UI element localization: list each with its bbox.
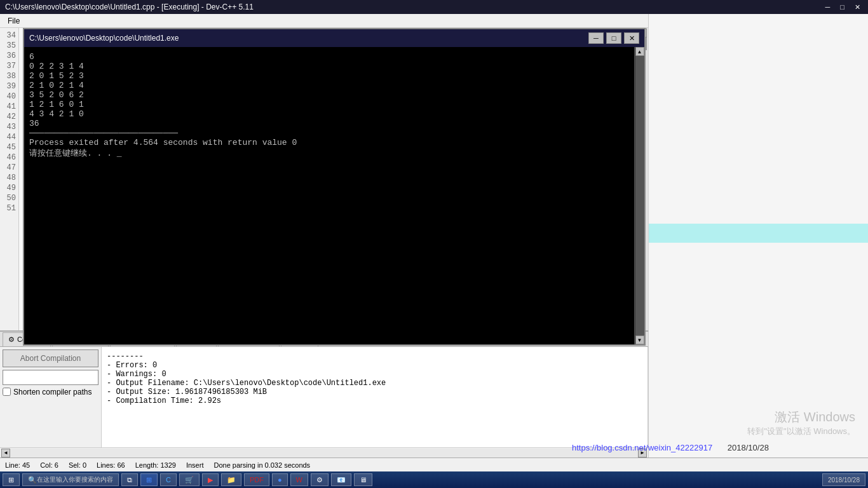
more-icon: 📧 [337, 476, 346, 484]
output-filename: - Output Filename: C:\Users\lenovo\Deskt… [107, 379, 386, 388]
console-scroll-up[interactable]: ▲ [635, 47, 644, 56]
settings-icon: ⚙ [316, 476, 323, 484]
start-button[interactable]: ⊞ [3, 473, 20, 486]
window-controls: ─ □ ✕ [823, 3, 863, 11]
output-time: - Compilation Time: 2.92s [107, 396, 221, 405]
console-line-6: 1 2 1 6 0 1 [29, 100, 84, 109]
console-line-separator: ────────────────────────────── [29, 128, 178, 138]
tray-time: 2018/10/28 [828, 477, 860, 484]
left-panel: Abort Compilation Shorten compiler paths [0, 347, 102, 447]
status-lines: Lines: 66 [97, 461, 125, 469]
console-scroll-down[interactable]: ▼ [635, 336, 644, 344]
taskbar-app-pdf[interactable]: PDF [244, 473, 269, 486]
h-scroll-track [10, 449, 638, 458]
taskbar-app-settings[interactable]: ⚙ [311, 473, 329, 486]
system-tray: 2018/10/28 [822, 473, 865, 486]
chrome-icon: ● [278, 476, 282, 484]
status-col: Col: 6 [40, 461, 58, 469]
output-separator: -------- [107, 352, 144, 361]
taskbar-app-store[interactable]: 🛒 [179, 473, 200, 486]
bottom-content: Abort Compilation Shorten compiler paths… [0, 347, 648, 447]
store-icon: 🛒 [185, 476, 194, 484]
compiler-icon: ⚙ [8, 336, 15, 344]
search-button[interactable]: 🔍 在这里输入你要搜索的内容 [22, 473, 119, 486]
menu-file[interactable]: File [3, 15, 25, 27]
app-1-icon: ⊞ [146, 476, 152, 484]
activate-windows: 激活 Windows [747, 409, 855, 426]
search-icon: 🔍 [28, 476, 37, 484]
pdf-icon: PDF [250, 476, 264, 484]
console-controls: ─ □ ✕ [588, 32, 639, 44]
maximize-button[interactable]: □ [837, 3, 847, 11]
status-sel: Sel: 0 [69, 461, 86, 469]
csdn-highlight [649, 224, 868, 243]
shorten-label: Shorten compiler paths [13, 388, 92, 396]
files-icon: 📁 [227, 476, 236, 484]
task-view-icon: ⧉ [127, 476, 132, 484]
console-title-text: C:\Users\lenovo\Desktop\code\Untitled1.e… [29, 34, 179, 43]
status-line: Line: 45 [5, 461, 30, 469]
shorten-compiler-paths-checkbox[interactable] [3, 388, 11, 396]
console-minimize[interactable]: ─ [588, 32, 604, 44]
screen-icon: 🖥 [360, 476, 367, 484]
console-line-3: 2 0 1 5 2 3 [29, 71, 84, 81]
activate-message: 转到"设置"以激活 Windows。 [747, 426, 855, 437]
compile-output: -------- - Errors: 0 - Warnings: 0 - Out… [102, 347, 648, 447]
video-icon: ▶ [208, 476, 213, 484]
taskbar-app-devcpp[interactable]: C [160, 473, 177, 486]
scroll-left-arrow[interactable]: ◄ [1, 449, 10, 458]
taskbar-app-screen[interactable]: 🖥 [354, 473, 372, 486]
output-warnings: - Warnings: 0 [107, 370, 166, 379]
taskbar-app-chrome[interactable]: ● [272, 473, 288, 486]
taskbar-app-1[interactable]: ⊞ [140, 473, 158, 486]
status-insert: Insert [186, 461, 204, 469]
window-title: C:\Users\lenovo\Desktop\code\Untitled1.c… [5, 3, 254, 11]
csdn-url-text: https://blog.csdn.net/weixin_42222917 [572, 443, 712, 452]
console-title-bar: C:\Users\lenovo\Desktop\code\Untitled1.e… [24, 29, 644, 47]
title-bar: C:\Users\lenovo\Desktop\code\Untitled1.c… [0, 0, 868, 14]
search-text: 在这里输入你要搜索的内容 [37, 475, 113, 484]
status-bar: Line: 45 Col: 6 Sel: 0 Lines: 66 Length:… [0, 458, 868, 471]
console-body[interactable]: 6 0 2 2 3 1 4 2 0 1 5 2 3 2 1 0 2 1 4 3 … [24, 47, 634, 344]
console-line-5: 3 5 2 0 6 2 [29, 90, 84, 100]
console-line-continue: 请按任意键继续. . . _ [29, 149, 122, 158]
start-icon: ⊞ [8, 476, 14, 484]
wps-icon: W [296, 476, 302, 484]
bottom-panel: ⚙ Compiler 📊 Resources 📋 Compile Log ✔ D… [0, 330, 648, 458]
console-window: C:\Users\lenovo\Desktop\code\Untitled1.e… [23, 28, 646, 346]
console-line-4: 2 1 0 2 1 4 [29, 81, 84, 90]
console-scrollbar[interactable]: ▲ ▼ [634, 47, 644, 344]
bottom-scrollbar[interactable]: ◄ ► [0, 447, 648, 458]
devcpp-icon: C [166, 476, 171, 484]
compiler-path-input[interactable] [3, 370, 98, 385]
csdn-watermark: 激活 Windows 转到"设置"以激活 Windows。 [747, 409, 855, 437]
csdn-date: 2018/10/28 [728, 443, 769, 452]
console-close[interactable]: ✕ [624, 32, 639, 44]
console-content-area: 6 0 2 2 3 1 4 2 0 1 5 2 3 2 1 0 2 1 4 3 … [24, 47, 644, 344]
right-side-panel [648, 14, 868, 471]
minimize-button[interactable]: ─ [823, 3, 833, 11]
console-line-8: 36 [29, 119, 39, 128]
output-size: - Output Size: 1.96187496185303 MiB [107, 388, 267, 396]
console-scroll-track [635, 56, 644, 336]
taskbar-app-video[interactable]: ▶ [202, 473, 219, 486]
console-line-7: 4 3 4 2 1 0 [29, 109, 84, 119]
taskbar-app-more[interactable]: 📧 [331, 473, 351, 486]
taskbar: ⊞ 🔍 在这里输入你要搜索的内容 ⧉ ⊞ C 🛒 ▶ 📁 PDF ● W ⚙ 📧… [0, 471, 868, 488]
shorten-checkbox-row: Shorten compiler paths [3, 388, 98, 396]
abort-compilation-button[interactable]: Abort Compilation [3, 349, 98, 367]
console-line-1: 6 [29, 52, 34, 62]
csdn-url: https://blog.csdn.net/weixin_42222917 20… [572, 443, 769, 452]
status-length: Length: 1329 [135, 461, 176, 469]
taskbar-app-wps[interactable]: W [290, 473, 308, 486]
task-view-button[interactable]: ⧉ [121, 473, 138, 486]
console-line-exit: Process exited after 4.564 seconds with … [29, 138, 297, 147]
status-parsing: Done parsing in 0.032 seconds [214, 461, 310, 469]
close-button[interactable]: ✕ [852, 3, 863, 11]
console-line-2: 0 2 2 3 1 4 [29, 62, 84, 71]
console-maximize[interactable]: □ [606, 32, 621, 44]
taskbar-app-files[interactable]: 📁 [221, 473, 241, 486]
output-errors: - Errors: 0 [107, 361, 157, 370]
